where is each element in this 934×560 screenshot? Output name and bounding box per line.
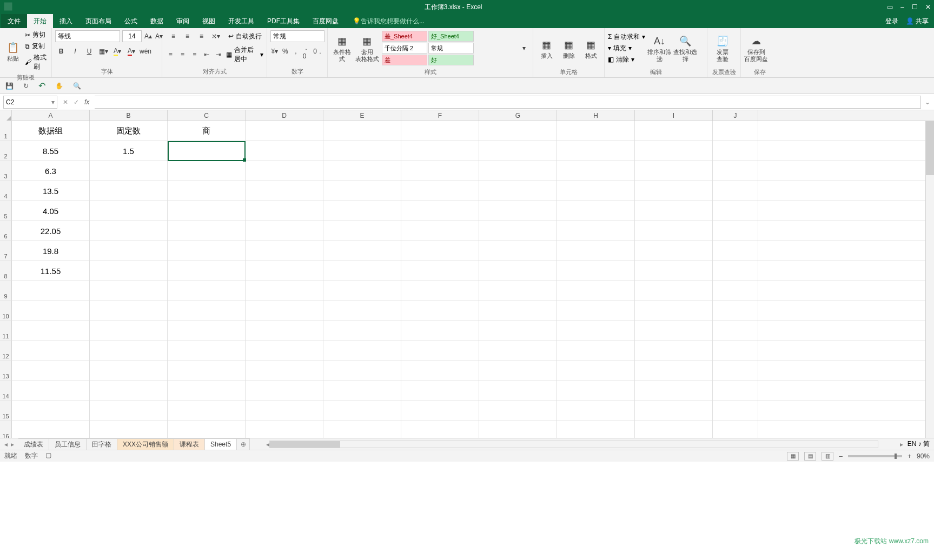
comma-button[interactable]: , bbox=[292, 45, 300, 57]
col-header-F[interactable]: F bbox=[401, 110, 479, 121]
cell-H12[interactable] bbox=[557, 341, 635, 361]
sheet-tab-4[interactable]: XXX公司销售额 bbox=[117, 438, 174, 450]
cell-E3[interactable] bbox=[323, 161, 401, 181]
cell-H3[interactable] bbox=[557, 161, 635, 181]
cell-I15[interactable] bbox=[635, 401, 713, 421]
cell-I7[interactable] bbox=[635, 241, 713, 261]
underline-button[interactable]: U bbox=[83, 45, 95, 57]
cell-I8[interactable] bbox=[635, 261, 713, 281]
cell-F15[interactable] bbox=[401, 401, 479, 421]
zoom-out-button[interactable]: – bbox=[839, 452, 843, 460]
cell-H13[interactable] bbox=[557, 361, 635, 381]
cell-A14[interactable] bbox=[12, 381, 90, 401]
cell-J12[interactable] bbox=[713, 341, 758, 361]
cell-E2[interactable] bbox=[323, 141, 401, 161]
cell-B5[interactable] bbox=[90, 201, 168, 221]
cell-J2[interactable] bbox=[713, 141, 758, 161]
cell-G14[interactable] bbox=[479, 381, 557, 401]
cell-C1[interactable]: 商 bbox=[168, 121, 246, 141]
copy-button[interactable]: ⧉复制 bbox=[25, 42, 48, 51]
cell-I12[interactable] bbox=[635, 341, 713, 361]
cell-E9[interactable] bbox=[323, 281, 401, 301]
cell-D1[interactable] bbox=[246, 121, 323, 141]
cell-F16[interactable] bbox=[401, 421, 479, 438]
cell-I9[interactable] bbox=[635, 281, 713, 301]
col-header-A[interactable]: A bbox=[12, 110, 90, 121]
fx-icon[interactable]: fx bbox=[84, 98, 89, 106]
align-center-button[interactable]: ≡ bbox=[177, 49, 187, 61]
cell-D2[interactable] bbox=[246, 141, 323, 161]
cell-G8[interactable] bbox=[479, 261, 557, 281]
cell-C4[interactable] bbox=[168, 181, 246, 201]
cell-C14[interactable] bbox=[168, 381, 246, 401]
cell-F6[interactable] bbox=[401, 221, 479, 241]
cell-C13[interactable] bbox=[168, 361, 246, 381]
cell-C3[interactable] bbox=[168, 161, 246, 181]
cell-F5[interactable] bbox=[401, 201, 479, 221]
cell-I10[interactable] bbox=[635, 301, 713, 321]
cell-B11[interactable] bbox=[90, 321, 168, 341]
cell-F2[interactable] bbox=[401, 141, 479, 161]
chevron-down-icon[interactable]: ▾ bbox=[51, 98, 55, 106]
cell-J16[interactable] bbox=[713, 421, 758, 438]
font-name-select[interactable] bbox=[55, 30, 120, 42]
cell-D12[interactable] bbox=[246, 341, 323, 361]
col-header-D[interactable]: D bbox=[246, 110, 323, 121]
cell-H2[interactable] bbox=[557, 141, 635, 161]
cell-F13[interactable] bbox=[401, 361, 479, 381]
tab-file[interactable]: 文件 bbox=[1, 14, 27, 28]
cell-A6[interactable]: 22.05 bbox=[12, 221, 90, 241]
cell-D16[interactable] bbox=[246, 421, 323, 438]
cell-H11[interactable] bbox=[557, 321, 635, 341]
cell-F8[interactable] bbox=[401, 261, 479, 281]
paste-button[interactable]: 📋 粘贴 bbox=[3, 33, 23, 69]
cell-I11[interactable] bbox=[635, 321, 713, 341]
italic-button[interactable]: I bbox=[69, 45, 81, 57]
sheet-tab-3[interactable]: 田字格 bbox=[87, 438, 117, 450]
cell-H5[interactable] bbox=[557, 201, 635, 221]
tab-pdf[interactable]: PDF工具集 bbox=[261, 14, 306, 28]
vertical-scrollbar[interactable] bbox=[925, 121, 934, 438]
cell-C11[interactable] bbox=[168, 321, 246, 341]
maximize-icon[interactable]: ☐ bbox=[912, 3, 918, 11]
invoice-button[interactable]: 🧾发票 查验 bbox=[711, 30, 734, 66]
font-size-select[interactable] bbox=[122, 30, 142, 42]
cancel-icon[interactable]: ✕ bbox=[63, 98, 68, 106]
cell-J14[interactable] bbox=[713, 381, 758, 401]
cell-H4[interactable] bbox=[557, 181, 635, 201]
row-header[interactable]: 11 bbox=[0, 321, 12, 341]
cell-D4[interactable] bbox=[246, 181, 323, 201]
cell-B16[interactable] bbox=[90, 421, 168, 438]
cell-B6[interactable] bbox=[90, 221, 168, 241]
sheet-tab-5[interactable]: 课程表 bbox=[174, 438, 205, 450]
cell-H8[interactable] bbox=[557, 261, 635, 281]
border-button[interactable]: ▦▾ bbox=[97, 45, 109, 57]
cell-C2[interactable] bbox=[168, 141, 246, 161]
cell-F3[interactable] bbox=[401, 161, 479, 181]
tab-home[interactable]: 开始 bbox=[27, 14, 53, 28]
col-header-J[interactable]: J bbox=[713, 110, 758, 121]
cell-D3[interactable] bbox=[246, 161, 323, 181]
formula-input[interactable] bbox=[95, 96, 921, 109]
row-header[interactable]: 3 bbox=[0, 161, 12, 181]
touch-button[interactable]: ✋ bbox=[55, 82, 63, 90]
number-format-select[interactable] bbox=[270, 30, 324, 42]
cell-G11[interactable] bbox=[479, 321, 557, 341]
col-header-B[interactable]: B bbox=[90, 110, 168, 121]
insert-cells-button[interactable]: ▦插入 bbox=[536, 30, 557, 66]
cell-H1[interactable] bbox=[557, 121, 635, 141]
cell-H9[interactable] bbox=[557, 281, 635, 301]
spreadsheet-grid[interactable]: A B C D E F G H I J 1数据组固定数商28.551.536.3… bbox=[0, 110, 934, 438]
cell-F4[interactable] bbox=[401, 181, 479, 201]
cell-C5[interactable] bbox=[168, 201, 246, 221]
cell-F14[interactable] bbox=[401, 381, 479, 401]
cell-B12[interactable] bbox=[90, 341, 168, 361]
cell-C7[interactable] bbox=[168, 241, 246, 261]
cell-F11[interactable] bbox=[401, 321, 479, 341]
align-left-button[interactable]: ≡ bbox=[165, 49, 175, 61]
row-header[interactable]: 6 bbox=[0, 221, 12, 241]
cell-C6[interactable] bbox=[168, 221, 246, 241]
cell-I4[interactable] bbox=[635, 181, 713, 201]
cell-C9[interactable] bbox=[168, 281, 246, 301]
align-bottom-button[interactable]: ≡ bbox=[196, 30, 208, 42]
